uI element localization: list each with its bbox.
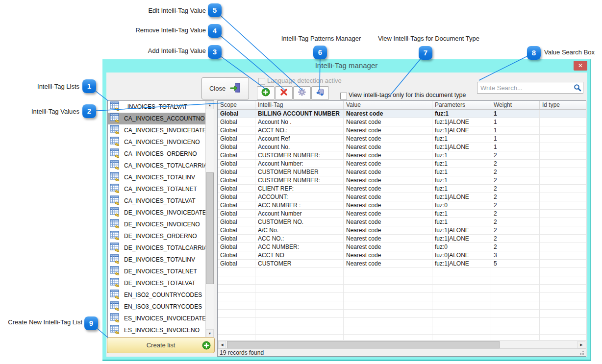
empty-table-row	[218, 268, 586, 276]
value-search-box[interactable]	[477, 82, 583, 94]
table-row[interactable]: GlobalACCOUNT:Nearest codefuz:1|ALONE2	[218, 193, 586, 201]
table-row[interactable]: GlobalAccount RefNearest codefuz:11	[218, 135, 586, 143]
scroll-up-arrow-icon[interactable]: ▲	[206, 101, 214, 109]
table-row[interactable]: GlobalCUSTOMER NUMBERNearest codefuz:12	[218, 168, 586, 176]
spreadsheet-list-icon	[110, 278, 120, 289]
table-row[interactable]: GlobalCLIENT REF:Nearest codefuz:12	[218, 185, 586, 193]
table-row[interactable]: GlobalAccount No.Nearest codefuz:1|ALONE…	[218, 143, 586, 151]
list-item[interactable]: CA_INVOICES_TOTALCARRIAGE	[108, 160, 205, 171]
column-header-scope[interactable]: Scope	[218, 101, 255, 109]
spreadsheet-list-icon	[110, 207, 120, 218]
spreadsheet-list-icon	[110, 195, 120, 207]
list-item[interactable]: DE_INVOICES_TOTALINV	[108, 254, 205, 266]
scroll-down-arrow-icon[interactable]: ▼	[206, 329, 214, 338]
cell-value: Nearest code	[344, 218, 432, 226]
cell-scope: Global	[218, 126, 255, 134]
list-item[interactable]: DE_INVOICES_INVOICENO	[108, 218, 205, 230]
cell-parameters: fuz:1|ALONE	[432, 126, 491, 134]
cell-scope: Global	[218, 201, 255, 209]
table-row[interactable]: GlobalACC NUMBER:Nearest codefuz:02	[218, 243, 586, 251]
cell-parameters: fuz:1	[432, 218, 491, 226]
create-list-button[interactable]: Create list	[107, 337, 215, 353]
callout-label-view-doc-type: View Intelli-Tags for Document Type	[369, 35, 489, 42]
tag-icon: Global	[220, 160, 237, 168]
list-item[interactable]: CA_INVOICES_INVOICENO	[108, 136, 205, 148]
titlebar[interactable]: Intelli-Tag manager ✕	[102, 59, 590, 73]
remove-intelli-tag-value-button[interactable]	[275, 86, 293, 100]
table-row[interactable]: GlobalCUSTOMER NO.Nearest codefuz:12	[218, 218, 586, 226]
column-header-intelli-tag[interactable]: Intelli-Tag	[255, 101, 344, 109]
tag-icon: Global	[220, 110, 238, 118]
scrollbar-thumb[interactable]	[227, 341, 500, 348]
cell-parameters: fuz:1|ALONE	[432, 193, 491, 201]
column-header-weight[interactable]: Weight	[491, 101, 540, 109]
table-row[interactable]: GlobalA/C No.Nearest codefuz:1|ALONE2	[218, 226, 586, 235]
list-item[interactable]: CA_INVOICES_ACCOUNTNO	[108, 113, 205, 124]
list-item[interactable]: _INVOICES_TOTALVAT	[108, 101, 205, 113]
table-row[interactable]: GlobalAccount NumberNearest codefuz:12	[218, 210, 586, 218]
table-row[interactable]: GlobalCUSTOMER NUMBER:Nearest codefuz:12	[218, 151, 586, 160]
callout-badge-3: 3	[208, 45, 222, 59]
table-row[interactable]: GlobalACC NUMBER :Nearest codefuz:02	[218, 201, 586, 210]
add-intelli-tag-value-button[interactable]	[257, 86, 275, 100]
list-item[interactable]: ES_INVOICES_INVOICEDATE	[108, 313, 205, 324]
table-row[interactable]: GlobalBILLING ACCOUNT NUMBERNearest code…	[218, 110, 586, 118]
scroll-right-arrow-icon[interactable]: ▶	[577, 341, 585, 348]
search-input[interactable]	[479, 82, 570, 93]
cell-weight: 2	[491, 168, 540, 176]
cell-intelli-tag: Account No .	[255, 118, 344, 126]
cell-id-type	[540, 226, 586, 234]
language-detection-checkbox[interactable]	[258, 78, 265, 85]
table-row[interactable]: GlobalACC NO.:Nearest codefuz:1|ALONE2	[218, 235, 586, 243]
column-header-id-type[interactable]: Id type	[540, 101, 586, 109]
list-item[interactable]: CA_INVOICES_INVOICEDATE	[108, 124, 205, 136]
list-item[interactable]: CA_INVOICES_ORDERNO	[108, 148, 205, 160]
callout-badge-5: 5	[208, 3, 222, 17]
close-button[interactable]: Close	[201, 77, 249, 99]
table-row[interactable]: GlobalAccount Number:Nearest codefuz:12	[218, 160, 586, 168]
window-close-button[interactable]: ✕	[574, 61, 587, 71]
column-header-parameters[interactable]: Parameters	[432, 101, 491, 109]
list-item[interactable]: CA_INVOICES_TOTALINV	[108, 171, 205, 183]
list-item[interactable]: DE_INVOICES_TOTALCARRIAGE	[108, 242, 205, 254]
search-icon[interactable]	[574, 84, 581, 94]
cell-scope: Global	[218, 193, 255, 201]
list-item[interactable]: CA_INVOICES_TOTALNET	[108, 183, 205, 195]
table-row[interactable]: GlobalACCT NO.:Nearest codefuz:1|ALONE1	[218, 126, 586, 135]
column-header-value[interactable]: Value	[344, 101, 432, 109]
list-item[interactable]: ES_INVOICES_INVOICENO	[108, 324, 205, 336]
empty-table-row	[218, 285, 586, 293]
cell-parameters: fuz:1	[432, 135, 491, 143]
scrollbar-thumb[interactable]	[206, 172, 214, 284]
callout-badge-4: 4	[208, 24, 222, 38]
cell-id-type	[540, 218, 586, 226]
cell-id-type	[540, 251, 586, 259]
list-item[interactable]: DE_INVOICES_INVOICEDATE	[108, 207, 205, 218]
list-item[interactable]: DE_INVOICES_ORDERNO	[108, 230, 205, 242]
list-item[interactable]: EN_ISO2_COUNTRYCODES	[108, 289, 205, 301]
table-row[interactable]: GlobalACCT NONearest codefuz:0|ALONE3	[218, 251, 586, 260]
doc-type-filter-checkbox[interactable]	[340, 93, 347, 99]
cell-weight: 1	[491, 110, 540, 118]
cell-intelli-tag: BILLING ACCOUNT NUMBER	[255, 110, 344, 118]
resize-grip[interactable]	[582, 353, 584, 355]
table-row[interactable]: GlobalCUSTOMERNearest codefuz:1|ALONE5	[218, 260, 586, 268]
list-item[interactable]: EN_ISO3_COUNTRYCODES	[108, 301, 205, 313]
cell-parameters: fuz:0	[432, 201, 491, 209]
list-item[interactable]: CA_INVOICES_TOTALVAT	[108, 195, 205, 207]
list-vertical-scrollbar[interactable]: ▲ ▼	[205, 101, 214, 338]
table-row[interactable]: GlobalAccount No .Nearest codefuz:1|ALON…	[218, 118, 586, 126]
cell-scope: Global	[218, 110, 255, 118]
cell-id-type	[540, 160, 586, 168]
list-item[interactable]: DE_INVOICES_TOTALNET	[108, 266, 205, 277]
table-horizontal-scrollbar[interactable]: ◀ ▶	[218, 340, 586, 348]
intelli-tag-list-items: _INVOICES_TOTALVATCA_INVOICES_ACCOUNTNOC…	[108, 101, 205, 338]
list-item[interactable]: DE_INVOICES_TOTALVAT	[108, 277, 205, 289]
spreadsheet-list-icon	[110, 254, 120, 266]
list-item-label: _INVOICES_TOTALVAT	[124, 103, 187, 110]
edit-intelli-tag-value-button[interactable]	[293, 86, 311, 100]
scroll-left-arrow-icon[interactable]: ◀	[218, 341, 226, 348]
patterns-manager-button[interactable]	[311, 86, 329, 100]
tag-icon: Global	[220, 260, 237, 267]
table-row[interactable]: GlobalCUSTOMER NUMBER:Nearest codefuz:12	[218, 176, 586, 185]
